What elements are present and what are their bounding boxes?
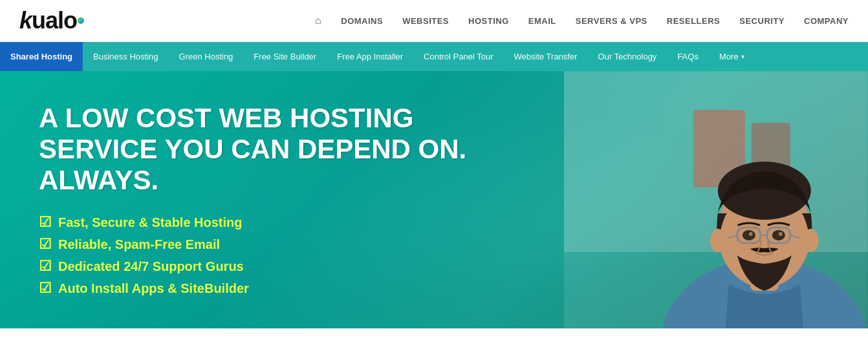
- nav-email[interactable]: EMAIL: [528, 16, 556, 26]
- subnav-more[interactable]: More ▾: [709, 42, 755, 71]
- more-item: More ▾: [719, 52, 744, 61]
- logo[interactable]: kualo: [19, 7, 84, 34]
- subnav-technology[interactable]: Our Technology: [588, 42, 667, 71]
- svg-point-16: [749, 232, 753, 236]
- nav-domains[interactable]: DOMAINS: [341, 16, 383, 26]
- feature-support: ☑ Dedicated 24/7 Support Gurus: [39, 258, 466, 275]
- nav-security[interactable]: SECURITY: [739, 16, 785, 26]
- subnav-shared[interactable]: Shared Hosting: [0, 42, 83, 71]
- svg-point-14: [743, 230, 755, 240]
- home-icon: ⌂: [315, 15, 321, 26]
- feature-apps: ☑ Auto Install Apps & SiteBuilder: [39, 280, 466, 297]
- subnav-green[interactable]: Green Hosting: [169, 42, 244, 71]
- feature-email-text: Reliable, Spam-Free Email: [58, 237, 220, 252]
- sub-nav: Shared Hosting Business Hosting Green Ho…: [0, 42, 868, 71]
- feature-hosting-text: Fast, Secure & Stable Hosting: [58, 215, 243, 230]
- subnav-faqs[interactable]: FAQs: [667, 42, 709, 71]
- hero-text-block: A LOW COST WEB HOSTING SERVICE YOU CAN D…: [39, 103, 466, 297]
- nav-hosting[interactable]: HOSTING: [468, 16, 509, 26]
- hero-content: A LOW COST WEB HOSTING SERVICE YOU CAN D…: [0, 71, 564, 328]
- svg-point-19: [803, 229, 819, 252]
- subnav-business[interactable]: Business Hosting: [83, 42, 168, 71]
- check-icon-3: ☑: [39, 258, 52, 275]
- nav-home[interactable]: ⌂: [315, 15, 321, 27]
- feature-support-text: Dedicated 24/7 Support Gurus: [58, 259, 244, 274]
- hero-photo: [564, 71, 868, 328]
- subnav-controlpanel[interactable]: Control Panel Tour: [413, 42, 503, 71]
- hero-section: A LOW COST WEB HOSTING SERVICE YOU CAN D…: [0, 71, 868, 328]
- person-illustration: [564, 71, 868, 328]
- svg-point-17: [779, 232, 783, 236]
- headline-line2: SERVICE YOU CAN DEPEND ON.: [39, 134, 466, 164]
- feature-hosting: ☑ Fast, Secure & Stable Hosting: [39, 214, 466, 231]
- logo-text: kualo: [19, 7, 77, 34]
- subnav-transfer[interactable]: Website Transfer: [504, 42, 588, 71]
- headline-line3: ALWAYS.: [39, 165, 158, 195]
- hero-headline: A LOW COST WEB HOSTING SERVICE YOU CAN D…: [39, 103, 466, 197]
- subnav-appinstaller[interactable]: Free App Installer: [327, 42, 413, 71]
- nav-websites[interactable]: WEBSITES: [402, 16, 449, 26]
- nav-company[interactable]: COMPANY: [804, 16, 849, 26]
- hero-features: ☑ Fast, Secure & Stable Hosting ☑ Reliab…: [39, 214, 466, 297]
- feature-apps-text: Auto Install Apps & SiteBuilder: [58, 281, 249, 296]
- top-nav: kualo ⌂ DOMAINS WEBSITES HOSTING EMAIL S…: [0, 0, 868, 42]
- check-icon-2: ☑: [39, 236, 52, 253]
- check-icon-1: ☑: [39, 214, 52, 231]
- subnav-sitebuilder[interactable]: Free Site Builder: [243, 42, 327, 71]
- svg-point-18: [710, 229, 726, 252]
- feature-email: ☑ Reliable, Spam-Free Email: [39, 236, 466, 253]
- check-icon-4: ☑: [39, 280, 52, 297]
- logo-dot: [78, 17, 84, 24]
- headline-line1: A LOW COST WEB HOSTING: [39, 103, 413, 133]
- nav-resellers[interactable]: RESELLERS: [667, 16, 721, 26]
- chevron-down-icon: ▾: [741, 53, 744, 60]
- top-nav-links: ⌂ DOMAINS WEBSITES HOSTING EMAIL SERVERS…: [315, 15, 849, 27]
- svg-point-15: [772, 230, 785, 240]
- more-label: More: [719, 52, 739, 61]
- nav-servers[interactable]: SERVERS & VPS: [576, 16, 647, 26]
